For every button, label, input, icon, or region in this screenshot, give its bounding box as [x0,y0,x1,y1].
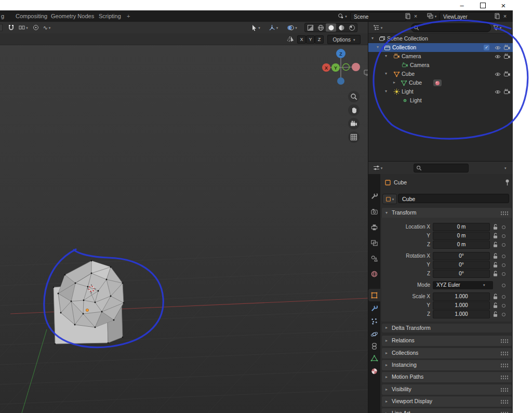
tab-material[interactable] [368,365,380,377]
mirror-z-toggle[interactable]: Z [315,35,324,44]
snap-magnet-icon[interactable] [6,23,16,32]
tab-render[interactable] [368,205,380,218]
properties-search-input[interactable] [414,164,469,172]
hide-eye-icon[interactable] [494,44,501,51]
new-scene-icon[interactable] [404,12,411,20]
rotation-y-field[interactable]: 0° [433,261,490,269]
outliner-row-collection[interactable]: ▾ Collection ✓ [368,43,513,52]
shading-rendered-icon[interactable] [347,23,357,32]
outliner-row-scene-collection[interactable]: ▾ Scene Collection [368,34,513,43]
expander-icon[interactable]: ▾ [377,45,379,49]
properties-options-dropdown[interactable]: ▾ [504,166,507,170]
shading-wireframe-icon[interactable] [315,23,326,32]
snap-settings-dropdown[interactable]: ▾ [17,23,30,32]
tab-compositing[interactable]: Compositing [12,10,50,22]
remove-viewlayer-icon[interactable]: × [502,12,508,20]
viewlayer-browse-button[interactable]: ▾ [425,12,438,20]
location-y-field[interactable]: 0 m [433,232,490,240]
panel-grip-icon[interactable] [500,375,509,380]
show-overlays-dropdown[interactable]: ▾ [284,23,300,32]
falloff-dropdown[interactable]: ∿ ▾ [41,23,53,32]
lock-icon[interactable] [492,293,499,300]
animate-dot-icon[interactable] [502,313,506,316]
lock-icon[interactable] [492,241,499,248]
zoom-tool-icon[interactable] [348,91,360,102]
panel-viewport-display[interactable]: ▸ Viewport Display [381,396,512,407]
outliner-row-light-data[interactable]: Light [368,96,513,105]
scale-z-field[interactable]: 1.000 [433,310,490,318]
panel-motion-paths[interactable]: ▸ Motion Paths [381,371,512,383]
rotation-x-field[interactable]: 0° [433,252,490,260]
render-visibility-icon[interactable] [503,44,511,51]
expander-icon[interactable]: ▸ [393,81,395,85]
xray-toggle-icon[interactable] [305,23,315,32]
gizmo-z-negative[interactable] [337,77,344,85]
panel-grip-icon[interactable] [500,388,509,392]
outliner-editor-type-dropdown[interactable]: ▾ [370,23,385,32]
pan-hand-icon[interactable] [348,104,360,116]
window-minimize-button[interactable]: – [453,0,471,10]
navigation-gizmo[interactable]: Z X Y [317,47,368,99]
tab-world[interactable] [368,268,380,280]
panel-grip-icon[interactable] [500,363,509,368]
animate-dot-icon[interactable] [502,263,506,267]
hide-eye-icon[interactable] [494,71,501,78]
mirror-y-toggle[interactable]: Y [306,35,315,44]
animate-dot-icon[interactable] [502,304,506,308]
render-visibility-icon[interactable] [503,71,511,78]
expander-icon[interactable]: ▾ [385,54,387,58]
panel-grip-icon[interactable] [500,211,509,216]
ortho-grid-icon[interactable] [348,131,360,143]
outliner-row-cube-object[interactable]: ▾ Cube [368,70,513,78]
window-maximize-button[interactable] [474,0,491,10]
gizmo-x-negative[interactable] [352,63,360,71]
scale-y-field[interactable]: 1.000 [433,301,490,310]
select-visibility-dropdown[interactable]: ▾ [248,23,263,32]
proportional-editing-icon[interactable] [32,23,39,32]
animate-dot-icon[interactable] [502,272,506,276]
scene-name-field[interactable]: Scene [350,12,406,21]
viewlayer-name-field[interactable]: ViewLayer [440,12,496,21]
add-workspace-button[interactable]: + [124,10,133,22]
panel-delta-transform[interactable]: ▸ Delta Transform [381,323,512,333]
material-slot-icon[interactable] [433,79,442,86]
window-close-button[interactable]: × [495,0,512,10]
outliner-search-input[interactable] [411,23,491,32]
panel-instancing[interactable]: ▸ Instancing [381,359,512,371]
panel-grip-icon[interactable] [500,351,509,356]
tab-scripting[interactable]: Scripting [96,10,124,22]
lock-icon[interactable] [492,311,499,317]
animate-dot-icon[interactable] [502,225,506,229]
animate-dot-icon[interactable] [502,243,506,247]
tab-scene[interactable] [368,252,380,264]
tab-partial[interactable]: g [0,10,5,22]
pin-icon[interactable] [504,179,511,186]
collection-checkbox[interactable]: ✓ [484,45,489,50]
location-z-field[interactable]: 0 m [433,241,490,249]
tab-modifiers[interactable] [368,302,380,314]
shading-solid-icon[interactable] [326,23,336,32]
new-viewlayer-icon[interactable] [494,12,501,20]
expander-icon[interactable]: ▾ [371,36,374,41]
animate-dot-icon[interactable] [502,255,506,258]
outliner-row-camera-data[interactable]: Camera [368,61,513,70]
animate-dot-icon[interactable] [502,234,506,238]
panel-line-art[interactable]: ▸ Line Art [381,408,512,413]
tab-constraints[interactable] [368,340,380,352]
panel-grip-icon[interactable] [500,399,509,404]
tab-particles[interactable] [368,315,380,327]
lock-icon[interactable] [492,302,499,309]
panel-transform-header[interactable]: ▾ Transform [381,207,512,219]
tab-view-layer[interactable] [368,236,380,249]
tab-output[interactable] [368,221,380,233]
lock-icon[interactable] [492,252,499,259]
lock-icon[interactable] [492,270,499,277]
mirror-x-toggle[interactable]: X [297,35,306,44]
hide-eye-icon[interactable] [494,53,501,60]
animate-dot-icon[interactable] [502,284,506,287]
scale-x-field[interactable]: 1.000 [433,292,490,301]
tab-object[interactable] [368,289,380,301]
rotation-z-field[interactable]: 0° [433,270,490,278]
panel-relations[interactable]: ▸ Relations [381,335,512,347]
unlink-scene-icon[interactable]: × [413,12,419,20]
